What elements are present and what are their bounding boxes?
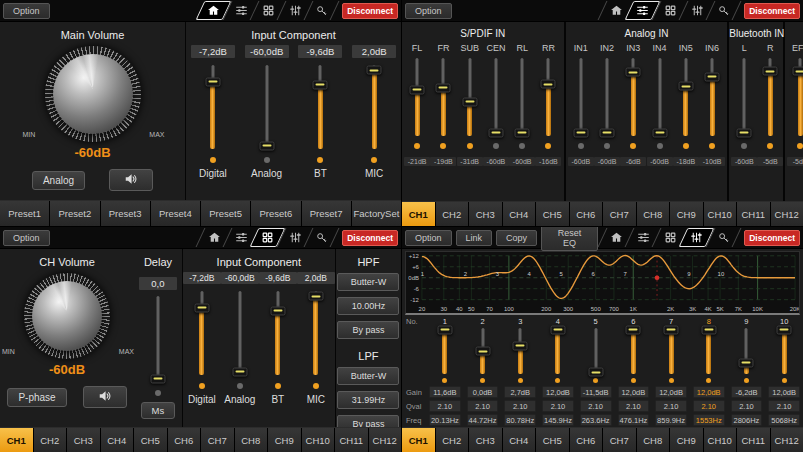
- eq-curve-chart[interactable]: 1234567910+12+60dB-6-1220304050701002003…: [406, 252, 799, 313]
- fader-track[interactable]: [555, 328, 560, 374]
- channel-tab-ch10[interactable]: CH10: [704, 428, 737, 452]
- channel-tab-ch8[interactable]: CH8: [637, 202, 670, 226]
- channel-tab-ch6[interactable]: CH6: [168, 428, 201, 452]
- fader-handle[interactable]: [541, 80, 556, 89]
- delay-unit-button[interactable]: Ms: [141, 402, 176, 419]
- fader-BT[interactable]: -9,6dBBT: [298, 45, 342, 200]
- qval-value-band-9[interactable]: 2.10: [731, 400, 763, 412]
- fader-track[interactable]: [578, 58, 583, 136]
- fader-track[interactable]: [441, 58, 446, 136]
- fader-IN5[interactable]: IN5-18dB: [673, 43, 699, 201]
- gain-value-band-5[interactable]: -11,5dB: [580, 386, 612, 398]
- channel-tab-ch6[interactable]: CH6: [570, 428, 603, 452]
- fader-handle[interactable]: [664, 325, 679, 334]
- fader-track[interactable]: [782, 328, 787, 374]
- freq-value-band-10[interactable]: 5068Hz: [768, 414, 800, 426]
- gain-value-band-1[interactable]: 11,6dB: [429, 386, 461, 398]
- option-button[interactable]: Option: [3, 230, 50, 246]
- fader-track[interactable]: [480, 328, 485, 374]
- channel-tab-ch8[interactable]: CH8: [235, 428, 268, 452]
- fader-track[interactable]: [631, 58, 636, 136]
- fader-handle[interactable]: [259, 141, 274, 150]
- fader-handle[interactable]: [515, 128, 530, 137]
- fader-track[interactable]: [605, 58, 610, 136]
- fader-handle[interactable]: [705, 72, 720, 81]
- channel-tab-ch1[interactable]: CH1: [402, 428, 435, 452]
- fader-handle[interactable]: [410, 85, 425, 94]
- hpf-freq-button[interactable]: 10.00Hz: [337, 297, 399, 315]
- channel-tab-ch9[interactable]: CH9: [670, 428, 703, 452]
- fader-track[interactable]: [710, 58, 715, 136]
- mute-button[interactable]: [83, 386, 127, 408]
- fader-Digital[interactable]: -7,2dBDigital: [183, 272, 221, 427]
- fader-track[interactable]: [210, 65, 215, 149]
- fader-IN2[interactable]: IN2-60dB: [594, 43, 620, 201]
- freq-value-band-8[interactable]: 1553Hz: [693, 414, 725, 426]
- fader-handle[interactable]: [777, 325, 792, 334]
- fader-track[interactable]: [520, 58, 525, 136]
- fader-track[interactable]: [155, 296, 160, 382]
- fader-track[interactable]: [275, 291, 280, 375]
- freq-value-band-4[interactable]: 145.9Hz: [542, 414, 574, 426]
- channel-tab-ch8[interactable]: CH8: [637, 428, 670, 452]
- fader-handle[interactable]: [678, 82, 693, 91]
- fader-track[interactable]: [237, 291, 242, 375]
- fader-handle[interactable]: [270, 306, 285, 315]
- channel-tab-ch3[interactable]: CH3: [67, 428, 100, 452]
- qval-value-band-4[interactable]: 2.10: [542, 400, 574, 412]
- preset-button-preset3[interactable]: Preset3: [101, 201, 150, 226]
- qval-value-band-2[interactable]: 2.10: [467, 400, 499, 412]
- fader-RR[interactable]: RR-16dB: [535, 43, 561, 201]
- fader-IN6[interactable]: IN6-10dB: [699, 43, 725, 201]
- channel-tab-ch11[interactable]: CH11: [737, 428, 770, 452]
- freq-value-band-7[interactable]: 859.9Hz: [655, 414, 687, 426]
- gain-value-band-4[interactable]: 12,0dB: [542, 386, 574, 398]
- fader-BT[interactable]: -9,6dBBT: [259, 272, 297, 427]
- channel-tab-ch7[interactable]: CH7: [603, 202, 636, 226]
- channel-tab-ch6[interactable]: CH6: [570, 202, 603, 226]
- fader-track[interactable]: [798, 58, 803, 136]
- freq-value-band-5[interactable]: 263.6Hz: [580, 414, 612, 426]
- fader-eq-band-1[interactable]: [442, 326, 447, 383]
- lpf-freq-button[interactable]: 31.99Hz: [337, 391, 399, 409]
- preset-button-preset1[interactable]: Preset1: [0, 201, 49, 226]
- channel-tab-ch10[interactable]: CH10: [302, 428, 335, 452]
- fader-track[interactable]: [264, 65, 269, 149]
- fader-eq-band-3[interactable]: [518, 326, 523, 383]
- fader-eq-band-7[interactable]: [669, 326, 674, 383]
- eq-response-graph[interactable]: 1234567910+12+60dB-6-1220304050701002003…: [405, 251, 800, 315]
- fader-handle[interactable]: [626, 325, 641, 334]
- mute-button[interactable]: [109, 169, 153, 191]
- channel-tab-ch12[interactable]: CH12: [369, 428, 402, 452]
- ch-volume-knob[interactable]: MIN MAX: [24, 273, 110, 359]
- fader-eq-band-8[interactable]: [706, 326, 711, 383]
- fader-handle[interactable]: [313, 80, 328, 89]
- link-button[interactable]: Link: [456, 230, 493, 246]
- fader-CEN[interactable]: CEN-60dB: [483, 43, 509, 201]
- freq-value-band-3[interactable]: 80.78Hz: [504, 414, 536, 426]
- fader-handle[interactable]: [573, 128, 588, 137]
- fader-track[interactable]: [546, 58, 551, 136]
- disconnect-button[interactable]: Disconnect: [744, 230, 800, 246]
- channel-tab-ch4[interactable]: CH4: [503, 202, 536, 226]
- fader-track[interactable]: [442, 328, 447, 374]
- fader-EFL[interactable]: EFL-5dB: [787, 43, 803, 201]
- option-button[interactable]: Option: [3, 3, 50, 19]
- fader-FL[interactable]: FL-21dB: [404, 43, 430, 201]
- channel-tab-ch11[interactable]: CH11: [737, 202, 770, 226]
- fader-track[interactable]: [518, 328, 523, 374]
- channel-tab-ch1[interactable]: CH1: [0, 428, 33, 452]
- channel-tab-ch2[interactable]: CH2: [436, 202, 469, 226]
- fader-MIC[interactable]: 2,0dBMIC: [352, 45, 396, 200]
- lpf-type-button[interactable]: Butter-W: [337, 367, 399, 385]
- fader-handle[interactable]: [436, 83, 451, 92]
- qval-value-band-1[interactable]: 2.10: [429, 400, 461, 412]
- fader-track[interactable]: [631, 328, 636, 374]
- fader-eq-band-2[interactable]: [480, 326, 485, 383]
- preset-button-preset6[interactable]: Preset6: [251, 201, 300, 226]
- fader-handle[interactable]: [793, 67, 803, 76]
- preset-button-preset4[interactable]: Preset4: [151, 201, 200, 226]
- fader-handle[interactable]: [194, 303, 209, 312]
- qval-value-band-6[interactable]: 2.10: [618, 400, 650, 412]
- channel-tab-ch5[interactable]: CH5: [536, 428, 569, 452]
